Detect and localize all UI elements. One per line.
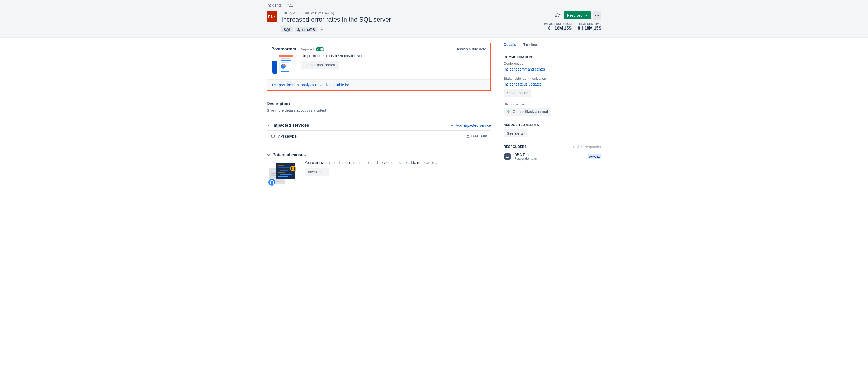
- priority-selector[interactable]: P1: [267, 11, 277, 22]
- plus-icon: [320, 28, 324, 31]
- elapsed-time-value: 8H 18M 15S: [578, 26, 601, 31]
- svg-point-4: [598, 15, 599, 16]
- more-horizontal-icon: [594, 13, 600, 18]
- team-icon: [505, 154, 509, 159]
- conferences-label: Conferences: [504, 62, 601, 65]
- refresh-button[interactable]: [553, 11, 562, 20]
- impacted-services-toggle[interactable]: Impacted services: [267, 123, 309, 128]
- impacted-service-row[interactable]: API service DBA Team: [267, 130, 491, 142]
- create-slack-channel-button[interactable]: Create Slack channel: [504, 108, 551, 116]
- impact-duration-value: 8H 18M 15S: [544, 26, 571, 31]
- service-icon: [271, 134, 275, 139]
- refresh-icon: [555, 13, 560, 18]
- add-impacted-service-link[interactable]: Add impacted service: [451, 123, 491, 127]
- potential-causes-heading: Potential causes: [273, 153, 306, 157]
- breadcrumb-id: #21: [287, 3, 293, 7]
- svg-point-43: [506, 155, 507, 156]
- plus-icon: [451, 124, 454, 127]
- postmortem-panel: Postmortem Required Assign a due date: [267, 42, 491, 91]
- required-label: Required: [300, 47, 314, 51]
- create-postmortem-button[interactable]: Create postmortem: [302, 61, 340, 69]
- responder-role: Responder team: [514, 157, 585, 160]
- chevron-down-icon: [585, 14, 588, 17]
- incident-command-center-link[interactable]: Incident command center: [504, 67, 545, 71]
- postmortem-illustration: [271, 54, 295, 75]
- breadcrumb-root[interactable]: Incidents: [267, 3, 281, 7]
- impact-duration-label: IMPACT DURATION: [544, 22, 571, 25]
- chevron-down-icon: [273, 15, 276, 18]
- responder-name: DBA Team: [514, 153, 585, 157]
- svg-rect-5: [279, 55, 293, 73]
- causes-text: You can investigate changes in the impac…: [305, 160, 437, 165]
- description-heading: Description: [267, 101, 491, 106]
- slack-label: Slack channel: [504, 102, 601, 106]
- assign-due-date-link[interactable]: Assign a due date: [457, 47, 486, 51]
- chevron-down-icon: [267, 124, 270, 127]
- impacted-services-heading: Impacted services: [273, 123, 309, 128]
- communication-heading: COMMUNICATION: [504, 55, 601, 59]
- tab-timeline[interactable]: Timeline: [523, 42, 537, 49]
- svg-point-23: [468, 136, 469, 136]
- service-team: DBA Team: [466, 135, 487, 138]
- send-update-button[interactable]: Send update: [504, 89, 531, 97]
- svg-point-3: [597, 15, 597, 16]
- responder-status-badge: AWARE: [588, 154, 601, 159]
- incident-timestamp: Feb 17, 2021 10:58 AM (GMT+03:00): [281, 11, 539, 15]
- required-toggle[interactable]: [316, 47, 324, 51]
- status-label: Resolved: [567, 13, 582, 18]
- plus-icon: [572, 145, 576, 149]
- incident-status-updates-link[interactable]: Incident status updates: [504, 82, 542, 86]
- more-actions-button[interactable]: [593, 11, 601, 20]
- tag[interactable]: SQL: [281, 27, 293, 32]
- causes-illustration: [267, 160, 298, 187]
- tag[interactable]: dynamoDB: [294, 27, 317, 32]
- team-icon: [466, 135, 470, 138]
- postmortem-heading: Postmortem: [271, 47, 296, 52]
- svg-rect-6: [279, 55, 293, 57]
- associated-alerts-heading: ASSOCIATED ALERTS: [504, 123, 601, 127]
- svg-point-22: [467, 135, 468, 136]
- slack-icon: [507, 110, 510, 114]
- chevron-down-icon: [267, 153, 270, 157]
- svg-rect-17: [271, 135, 275, 137]
- potential-causes-toggle[interactable]: Potential causes: [267, 153, 491, 157]
- tab-details[interactable]: Details: [504, 42, 516, 49]
- priority-label: P1: [268, 14, 273, 19]
- investigate-button[interactable]: Investigate: [305, 168, 329, 176]
- team-avatar: [504, 153, 511, 160]
- add-tag-button[interactable]: [319, 26, 325, 33]
- see-alerts-button[interactable]: See alerts: [504, 129, 527, 137]
- add-responder-link[interactable]: Add responder: [572, 145, 601, 149]
- responder-row: DBA Team Responder team AWARE: [504, 153, 601, 160]
- status-button[interactable]: Resolved: [564, 11, 591, 19]
- responders-heading: RESPONDERS: [504, 145, 527, 149]
- incident-title: Increased error rates in the SQL server: [281, 16, 539, 23]
- svg-point-2: [595, 15, 596, 16]
- breadcrumb: Incidents / #21: [267, 3, 601, 7]
- postmortem-empty-text: No postmortem has been created yet.: [302, 54, 363, 58]
- stakeholder-label: Stakeholder communication: [504, 77, 601, 81]
- description-placeholder[interactable]: Give more details about this incident.: [267, 108, 491, 113]
- analysis-report-link[interactable]: The post-incident analysis report is ava…: [271, 83, 353, 87]
- svg-point-44: [508, 155, 509, 156]
- service-name: API service: [278, 134, 464, 138]
- elapsed-time-label: ELAPSED TIME: [578, 22, 601, 25]
